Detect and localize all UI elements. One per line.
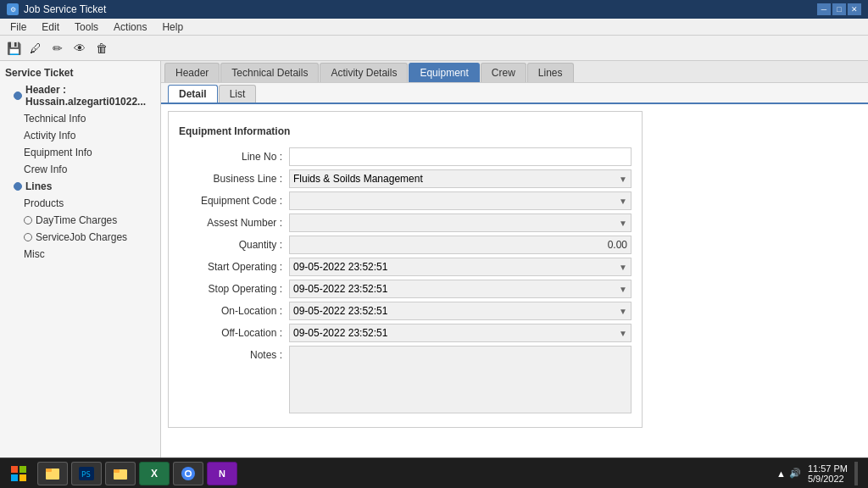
tab-header[interactable]: Header (164, 63, 220, 82)
subtab-list[interactable]: List (219, 85, 257, 103)
onenote-icon: N (219, 469, 225, 479)
tab-lines[interactable]: Lines (527, 63, 574, 82)
sidebar-label-servicejob-charges: ServiceJob Charges (36, 231, 127, 243)
sidebar: Service Ticket Header : Hussain.alzegart… (0, 61, 161, 488)
tab-technical-details[interactable]: Technical Details (220, 63, 319, 82)
toolbar-delete[interactable]: 🗑 (92, 38, 112, 58)
sidebar-item-lines[interactable]: Lines (0, 178, 160, 195)
business-line-arrow: ▼ (619, 175, 627, 184)
toolbar-view[interactable]: 👁 (70, 38, 90, 58)
svg-rect-0 (11, 466, 18, 473)
show-desktop[interactable] (854, 462, 858, 485)
windows-logo-icon (10, 465, 27, 482)
title-bar-text: Job Service Ticket (24, 3, 106, 15)
row-on-location: On-Location : 09-05-2022 23:52:51 ▼ (179, 302, 632, 320)
restore-button[interactable]: □ (832, 3, 846, 15)
title-bar: ⚙ Job Service Ticket ─ □ ✕ (0, 0, 868, 19)
excel-icon: X (151, 468, 158, 480)
label-stop-operating: Stop Operating : (179, 283, 289, 295)
taskbar-time: 11:57 PM (808, 463, 848, 474)
tray-volume: 🔊 (789, 468, 801, 479)
taskbar-app-powershell[interactable]: PS (71, 462, 102, 485)
taskbar-app-explorer[interactable] (37, 462, 68, 485)
tab-bar: Header Technical Details Activity Detail… (161, 61, 868, 83)
select-business-line[interactable]: Fluids & Soilds Management ▼ (289, 169, 632, 188)
sidebar-label-technical-info: Technical Info (24, 113, 86, 125)
subtab-detail[interactable]: Detail (168, 85, 218, 103)
sidebar-item-crew-info[interactable]: Crew Info (0, 161, 160, 178)
sidebar-item-activity-info[interactable]: Activity Info (0, 127, 160, 144)
taskbar-app-chrome[interactable] (173, 462, 203, 485)
tab-activity-details[interactable]: Activity Details (320, 63, 408, 82)
close-button[interactable]: ✕ (848, 3, 861, 15)
sidebar-item-daytime-charges[interactable]: DayTime Charges (0, 212, 160, 229)
taskbar-date: 5/9/2022 (808, 474, 848, 484)
toolbar-pencil[interactable]: ✏ (47, 38, 68, 58)
select-stop-operating[interactable]: 09-05-2022 23:52:51 ▼ (289, 280, 632, 298)
content-area: Header Technical Details Activity Detail… (161, 61, 868, 488)
sidebar-label-misc: Misc (24, 248, 45, 260)
label-assest-number: Assest Number : (179, 217, 289, 229)
input-quantity[interactable] (289, 236, 632, 254)
menu-bar: File Edit Tools Actions Help (0, 19, 868, 36)
sidebar-label-equipment-info: Equipment Info (24, 147, 92, 158)
svg-rect-1 (19, 466, 26, 473)
row-off-location: Off-Location : 09-05-2022 23:52:51 ▼ (179, 324, 632, 342)
file-explorer-icon (44, 465, 61, 482)
select-start-operating[interactable]: 09-05-2022 23:52:51 ▼ (289, 258, 632, 276)
select-off-location[interactable]: 09-05-2022 23:52:51 ▼ (289, 324, 632, 342)
taskbar-time-date: 11:57 PM 5/9/2022 (808, 463, 848, 484)
start-button[interactable] (3, 462, 34, 485)
select-on-location[interactable]: 09-05-2022 23:52:51 ▼ (289, 302, 632, 320)
sidebar-label-lines: Lines (25, 180, 52, 192)
business-line-value: Fluids & Soilds Management (293, 173, 423, 185)
sidebar-item-service-ticket[interactable]: Service Ticket (0, 64, 160, 81)
toolbar: 💾 🖊 ✏ 👁 🗑 (0, 36, 868, 61)
sidebar-circle-header (14, 92, 22, 100)
sidebar-item-equipment-info[interactable]: Equipment Info (0, 144, 160, 161)
form-section-title: Equipment Information (179, 122, 632, 141)
form-area: Equipment Information Line No : Business… (161, 104, 868, 488)
menu-edit[interactable]: Edit (35, 19, 66, 35)
menu-actions[interactable]: Actions (107, 19, 153, 35)
tab-crew[interactable]: Crew (481, 63, 526, 82)
equipment-form: Equipment Information Line No : Business… (168, 111, 643, 428)
sidebar-item-header[interactable]: Header : Hussain.alzegarti01022... (0, 81, 160, 110)
svg-rect-2 (11, 474, 18, 481)
label-quantity: Quantity : (179, 239, 289, 251)
taskbar-app-excel[interactable]: X (139, 462, 170, 485)
start-operating-value: 09-05-2022 23:52:51 (293, 261, 387, 273)
menu-tools[interactable]: Tools (68, 19, 105, 35)
taskbar-app-folder[interactable] (105, 462, 136, 485)
svg-rect-9 (114, 469, 120, 473)
minimize-button[interactable]: ─ (817, 3, 831, 15)
sidebar-circle-servicejob (24, 233, 32, 241)
toolbar-edit[interactable]: 🖊 (25, 38, 46, 58)
toolbar-save[interactable]: 💾 (3, 38, 24, 58)
start-operating-arrow: ▼ (619, 263, 627, 272)
menu-file[interactable]: File (3, 19, 33, 35)
label-on-location: On-Location : (179, 305, 289, 317)
select-assest-number[interactable]: ▼ (289, 214, 632, 232)
tab-equipment[interactable]: Equipment (409, 63, 479, 82)
off-location-arrow: ▼ (619, 329, 627, 338)
row-line-no: Line No : (179, 147, 632, 166)
select-equipment-code[interactable]: ▼ (289, 191, 632, 210)
menu-help[interactable]: Help (155, 19, 190, 35)
folder-icon (112, 465, 129, 482)
sidebar-item-misc[interactable]: Misc (0, 246, 160, 263)
tray-network: ▲ (776, 469, 786, 479)
sidebar-item-technical-info[interactable]: Technical Info (0, 110, 160, 127)
sub-tab-bar: Detail List (161, 83, 868, 104)
sidebar-circle-lines (14, 182, 22, 191)
sidebar-label-header: Header : Hussain.alzegarti01022... (25, 84, 153, 108)
textarea-notes[interactable] (289, 346, 632, 413)
row-assest-number: Assest Number : ▼ (179, 214, 632, 232)
sidebar-item-servicejob-charges[interactable]: ServiceJob Charges (0, 229, 160, 246)
svg-point-12 (186, 471, 191, 475)
sidebar-item-products[interactable]: Products (0, 195, 160, 212)
title-bar-controls: ─ □ ✕ (817, 3, 861, 15)
input-line-no[interactable] (289, 147, 632, 166)
svg-text:PS: PS (81, 470, 91, 479)
taskbar-app-onenote[interactable]: N (207, 462, 237, 485)
